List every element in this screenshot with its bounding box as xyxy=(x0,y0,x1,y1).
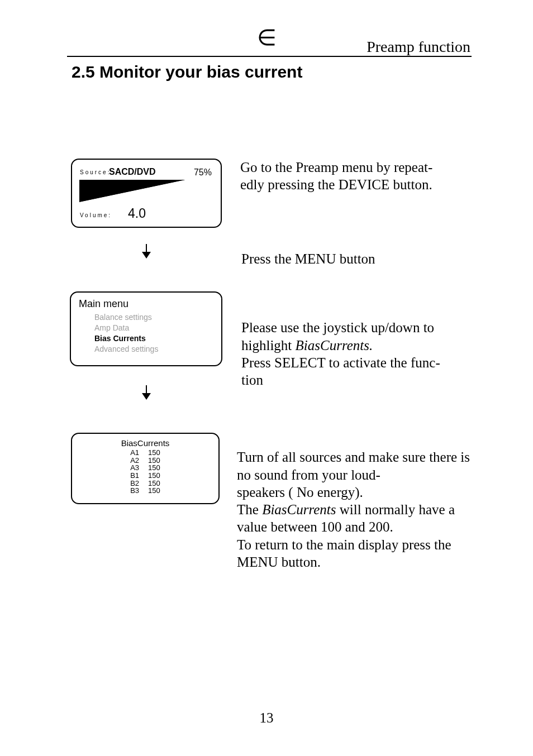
bias-currents-title: BiasCurrents xyxy=(72,438,218,448)
page-number: 13 xyxy=(0,710,533,726)
table-row: B2150 xyxy=(126,480,165,487)
bias-val: 150 xyxy=(144,472,165,480)
table-row: B1150 xyxy=(126,472,165,480)
volume-triangle-icon xyxy=(79,180,185,202)
percent-value: 75% xyxy=(194,168,212,178)
bias-ch: B3 xyxy=(126,487,144,495)
bias-currents-table: A1150 A2150 A3150 B1150 B2150 B3150 xyxy=(126,449,165,495)
step3-text: Please use the joystick up/down to highl… xyxy=(241,302,476,389)
bias-ch: B2 xyxy=(126,480,144,487)
volume-value: 4.0 xyxy=(128,206,146,221)
table-row: A2150 xyxy=(126,457,165,465)
source-label: Source: xyxy=(80,169,111,175)
step4-text: Turn of all sources and make sure there … xyxy=(237,431,477,571)
bias-val: 150 xyxy=(144,464,165,472)
table-row: A3150 xyxy=(126,464,165,472)
bias-val: 150 xyxy=(144,449,165,457)
menu-item: Advanced settings xyxy=(94,344,213,355)
down-arrow-icon xyxy=(141,244,151,260)
main-menu-panel: Main menu Balance settings Amp Data Bias… xyxy=(70,291,222,366)
volume-label: Volume: xyxy=(80,212,112,218)
step3-text-b: Press SELECT to activate the func- tion xyxy=(241,355,440,387)
bias-val: 150 xyxy=(144,457,165,465)
step1-text: Go to the Preamp menu by repeat- edly pr… xyxy=(240,159,480,194)
section-title: 2.5 Monitor your bias current xyxy=(72,63,302,82)
main-menu-title: Main menu xyxy=(79,298,213,310)
bias-val: 150 xyxy=(144,487,165,495)
bias-currents-panel: BiasCurrents A1150 A2150 A3150 B1150 B21… xyxy=(71,433,220,504)
step3-em: BiasCurrents. xyxy=(296,338,373,353)
preamp-display-panel: Source: SACD/DVD 75% Volume: 4.0 xyxy=(71,159,222,228)
source-value: SACD/DVD xyxy=(109,167,156,177)
down-arrow-icon xyxy=(141,385,151,401)
bias-ch: B1 xyxy=(126,472,144,480)
bias-ch: A2 xyxy=(126,457,144,465)
step4-em: BiasCurrents xyxy=(262,502,336,517)
menu-item: Balance settings xyxy=(94,312,213,323)
menu-item-selected: Bias Currents xyxy=(94,333,213,344)
table-row: A1150 xyxy=(126,449,165,457)
bias-ch: A1 xyxy=(126,449,144,457)
header-rule xyxy=(67,56,472,57)
page-label: Preamp function xyxy=(367,38,470,56)
bias-ch: A3 xyxy=(126,464,144,472)
table-row: B3150 xyxy=(126,487,165,495)
step2-text: Press the MENU button xyxy=(241,250,476,267)
menu-item: Amp Data xyxy=(94,323,213,333)
bias-val: 150 xyxy=(144,480,165,487)
logo-symbol: ∈ xyxy=(257,25,277,51)
